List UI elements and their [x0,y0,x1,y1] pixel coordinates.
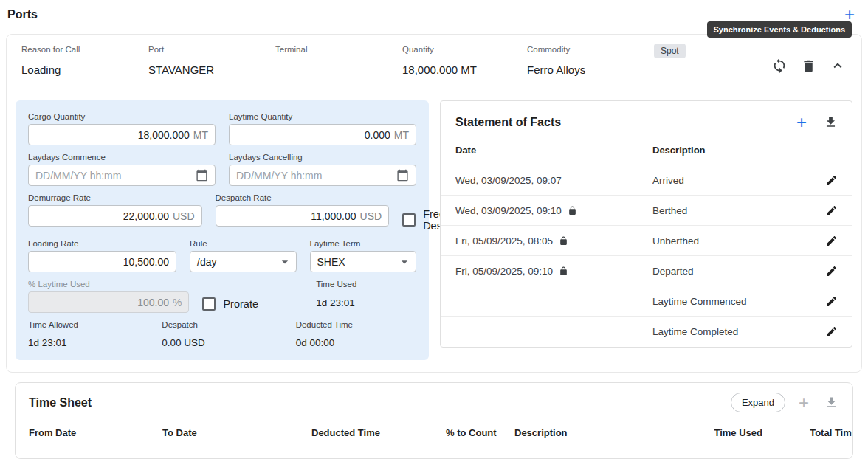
expand-button[interactable]: Expand [731,393,785,412]
sof-row: Wed, 03/09/2025, 09:10 Berthed [441,196,852,226]
demurrage-rate-label: Demurrage Rate [28,193,202,202]
cargo-quantity-field: Cargo Quantity MT [28,112,216,145]
sync-icon [771,58,788,74]
lock-icon [559,266,568,276]
chevron-up-icon [830,58,846,74]
sof-description: Unberthed [652,235,815,246]
pct-laytime-used-label: % Laytime Used [28,280,189,289]
sync-tooltip: Synchronize Events & Deductions [707,21,852,38]
time-used-field: Time Used 1d 23:01 [316,280,416,313]
chevron-down-icon [397,255,412,269]
sof-row: Laytime Commenced [441,286,852,317]
loading-rate-input[interactable] [35,256,169,268]
rule-field: Rule /day [190,239,297,272]
edit-event-button[interactable] [823,202,840,219]
lock-icon [559,236,568,246]
laytime-quantity-label: Laytime Quantity [229,112,416,121]
calendar-icon[interactable] [396,169,409,182]
laydays-cancelling-input[interactable] [236,170,396,182]
sof-row: Wed, 03/09/2025, 09:07 Arrived [441,165,852,196]
calendar-icon[interactable] [196,169,208,182]
laytime-term-select[interactable]: SHEX [310,251,417,272]
prorate-checkbox[interactable] [202,297,216,311]
ts-col-total-time: Total Time [762,427,853,438]
prorate-label: Prorate [223,298,258,310]
synchronize-button[interactable] [769,55,790,76]
port-header-actions [769,55,848,76]
commodity-field: Commodity Ferro Alloys [527,45,654,77]
quantity-value: 18,000.000 MT [402,63,527,77]
add-sof-event-button[interactable]: + [795,114,808,131]
rule-select[interactable]: /day [190,251,297,272]
sof-date: Wed, 03/09/2025, 09:10 [455,205,562,216]
port-body: Cargo Quantity MT Laytime Quantity MT [16,100,852,360]
pct-laytime-used-unit: % [173,297,182,308]
chevron-down-icon [278,255,292,269]
pencil-icon [825,204,838,217]
demurrage-rate-input[interactable] [35,210,169,222]
time-allowed-field: Time Allowed 1d 23:01 [28,320,148,348]
sof-row: Laytime Completed [441,317,852,347]
despatch-rate-input[interactable] [223,210,356,222]
sof-date: Fri, 05/09/2025, 09:10 [455,266,553,277]
ts-col-from-date: From Date [29,427,162,438]
despatch-rate-unit: USD [360,210,382,222]
sof-table-header: Date Description [441,136,852,165]
add-timesheet-row-button[interactable]: + [797,394,810,412]
despatch-rate-label: Despatch Rate [216,193,390,202]
port-field: Port STAVANGER [148,45,275,77]
time-sheet-header-row: From Date To Date Deducted Time % to Cou… [16,415,852,444]
sof-description: Berthed [652,205,815,216]
collapse-port-button[interactable] [827,55,848,76]
sof-col-date: Date [455,145,652,156]
laydays-cancelling-field: Laydays Cancelling [229,153,416,186]
download-sof-button[interactable] [822,113,840,131]
edit-event-button[interactable] [823,172,840,189]
pct-laytime-used-field: % Laytime Used % [28,280,189,313]
demurrage-rate-unit: USD [173,210,195,222]
delete-port-button[interactable] [799,56,819,76]
port-value: STAVANGER [148,63,275,77]
despatch-rate-field: Despatch Rate USD [216,193,390,232]
pencil-icon [825,235,838,247]
cargo-quantity-unit: MT [193,129,208,141]
laydays-commence-input[interactable] [35,170,196,182]
laytime-quantity-input[interactable] [236,129,390,141]
laytime-term-label: Laytime Term [310,239,417,248]
lock-icon [568,206,577,215]
quantity-field: Quantity 18,000.000 MT [402,45,527,77]
cargo-quantity-input[interactable] [35,129,190,141]
laytime-quantity-field: Laytime Quantity MT [229,112,416,145]
laydays-commence-field: Laydays Commence [28,153,216,186]
edit-event-button[interactable] [823,263,840,280]
laytime-term-value: SHEX [317,256,398,268]
sof-row: Fri, 05/09/2025, 09:10 Departed [441,256,852,286]
edit-event-button[interactable] [823,232,840,249]
deducted-time-label: Deducted Time [296,320,416,329]
despatch-field: Despatch 0.00 USD [162,320,282,348]
edit-event-button[interactable] [823,293,840,310]
sof-date: Fri, 05/09/2025, 08:05 [455,235,553,246]
edit-event-button[interactable] [823,323,840,340]
despatch-label: Despatch [162,320,282,329]
time-used-label: Time Used [316,280,416,289]
download-icon [824,396,838,410]
sof-title: Statement of Facts [455,116,561,129]
ts-col-description: Description [514,427,652,438]
commodity-label: Commodity [527,45,654,54]
pencil-icon [825,295,838,308]
sof-description: Arrived [652,175,815,186]
laytime-panel: Cargo Quantity MT Laytime Quantity MT [16,100,429,360]
rule-label: Rule [190,239,297,248]
reason-for-call-value: Loading [21,63,148,77]
page-title: Ports [7,8,38,21]
time-allowed-value: 1d 23:01 [28,337,148,348]
ts-col-time-used: Time Used [652,427,762,438]
spot-badge: Spot [654,44,686,58]
free-despatch-checkbox[interactable] [402,213,416,227]
download-timesheet-button[interactable] [822,393,841,412]
laytime-quantity-unit: MT [394,129,409,141]
loading-rate-field: Loading Rate [28,239,176,272]
trash-icon [801,58,816,74]
sof-date: Wed, 03/09/2025, 09:07 [455,175,562,186]
